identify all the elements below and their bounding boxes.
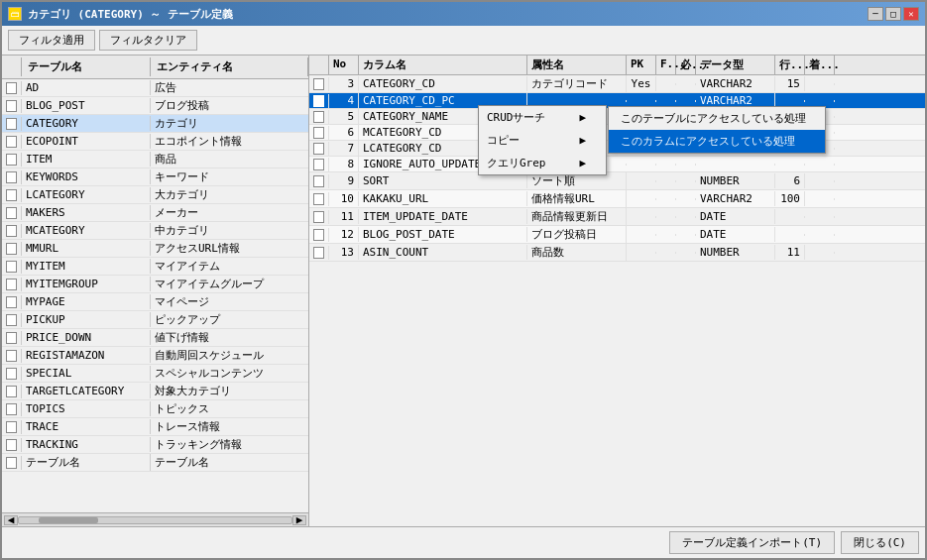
left-table-row[interactable]: TARGETLCATEGORY 対象大カテゴリ — [2, 383, 308, 400]
left-row-checkbox[interactable] — [2, 170, 22, 184]
right-row-f — [656, 198, 676, 200]
crud-submenu-item-column[interactable]: このカラムにアクセスしている処理 — [609, 130, 825, 153]
left-table-row[interactable]: REGISTAMAZON 自動周回スケジュール — [2, 347, 308, 365]
right-row-dtype: NUMBER — [696, 245, 775, 260]
left-table-row[interactable]: MYITEMGROUP マイアイテムグループ — [2, 276, 308, 293]
left-table-row[interactable]: CATEGORY カテゴリ — [2, 115, 308, 133]
right-row-checkbox[interactable] — [309, 158, 329, 171]
left-row-checkbox[interactable] — [2, 135, 22, 149]
left-row-checkbox[interactable] — [2, 367, 22, 381]
left-row-checkbox[interactable] — [2, 99, 22, 113]
left-row-checkbox[interactable] — [2, 81, 22, 95]
left-row-checkbox[interactable] — [2, 295, 22, 309]
right-row-checkbox[interactable] — [309, 142, 329, 156]
right-table-row[interactable]: 12 BLOG_POST_DATE ブログ投稿日 DATE — [309, 226, 925, 244]
right-row-checkbox[interactable] — [309, 126, 329, 140]
right-header-check — [309, 56, 329, 74]
left-row-checkbox[interactable] — [2, 331, 22, 345]
left-row-checkbox[interactable] — [2, 260, 22, 274]
right-row-attr: カテゴリコード — [527, 75, 627, 92]
filter-clear-button[interactable]: フィルタクリア — [99, 30, 197, 51]
left-scrollbar[interactable]: ◀ ▶ — [2, 512, 308, 526]
left-table-row[interactable]: MYPAGE マイページ — [2, 293, 308, 311]
left-table-row[interactable]: BLOG_POST ブログ投稿 — [2, 97, 308, 115]
context-menu-item-copy[interactable]: コピー ▶ — [479, 129, 606, 152]
right-row-checkbox[interactable] — [309, 110, 329, 124]
left-table-row[interactable]: AD 広告 — [2, 79, 308, 97]
right-row-checkbox[interactable] — [309, 246, 329, 260]
right-row-dtype: VARCHAR2 — [696, 191, 775, 206]
right-table-row[interactable]: 10 KAKAKU_URL 価格情報URL VARCHAR2 100 — [309, 190, 925, 208]
right-row-checkbox[interactable] — [309, 210, 329, 224]
left-row-name: KEYWORDS — [22, 169, 151, 184]
filter-apply-button[interactable]: フィルタ適用 — [8, 30, 95, 51]
left-row-checkbox[interactable] — [2, 224, 22, 238]
left-table-row[interactable]: TRACE トレース情報 — [2, 418, 308, 436]
right-row-req — [676, 234, 696, 236]
maximize-button[interactable]: □ — [885, 7, 901, 21]
left-table-row[interactable]: ECOPOINT エコポイント情報 — [2, 133, 308, 151]
right-header-rows: 行... — [775, 56, 805, 74]
left-table-row[interactable]: MAKERS メーカー — [2, 204, 308, 222]
right-row-rows: 15 — [775, 76, 805, 91]
left-row-checkbox[interactable] — [2, 349, 22, 363]
left-row-checkbox[interactable] — [2, 188, 22, 202]
right-row-checkbox[interactable] — [309, 192, 329, 206]
right-row-f — [656, 83, 676, 85]
left-row-checkbox[interactable] — [2, 438, 22, 452]
left-row-name: TARGETLCATEGORY — [22, 384, 151, 398]
left-row-checkbox[interactable] — [2, 385, 22, 398]
scrollbar-left-arrow[interactable]: ◀ — [4, 515, 18, 525]
left-table-row[interactable]: SPECIAL スペシャルコンテンツ — [2, 365, 308, 383]
copy-submenu-arrow: ▶ — [579, 134, 586, 147]
context-menu-item-grep[interactable]: クエリGrep ▶ — [479, 152, 606, 174]
left-table-row[interactable]: PICKUP ピックアップ — [2, 311, 308, 329]
left-header-name: テーブル名 — [22, 57, 151, 76]
left-row-checkbox[interactable] — [2, 242, 22, 256]
right-row-checkbox[interactable] — [309, 174, 329, 188]
left-row-entity: マイページ — [151, 293, 308, 310]
right-table-row[interactable]: 9 SORT ソート順 NUMBER 6 — [309, 172, 925, 190]
right-row-checkbox[interactable] — [309, 228, 329, 242]
minimize-button[interactable]: ─ — [868, 7, 883, 21]
right-header-notes: 着... — [805, 56, 835, 74]
left-table-row[interactable]: PRICE_DOWN 値下げ情報 — [2, 329, 308, 347]
right-row-checkbox[interactable] — [309, 77, 329, 91]
right-table-row[interactable]: 11 ITEM_UPDATE_DATE 商品情報更新日 DATE — [309, 208, 925, 226]
close-button-bottom[interactable]: 閉じる(C) — [841, 531, 919, 554]
right-row-notes — [805, 198, 835, 200]
left-row-checkbox[interactable] — [2, 206, 22, 220]
left-table-row[interactable]: テーブル名 テーブル名 — [2, 454, 308, 472]
right-row-notes — [805, 180, 835, 182]
left-table-row[interactable]: MYITEM マイアイテム — [2, 258, 308, 276]
close-button[interactable]: ✕ — [903, 7, 919, 21]
right-table-row[interactable]: 8 IGNORE_AUTO_UPDATE — [309, 157, 925, 172]
left-table-row[interactable]: MMURL アクセスURL情報 — [2, 240, 308, 258]
left-row-entity: キーワード — [151, 168, 308, 185]
scrollbar-track[interactable] — [18, 516, 292, 524]
right-table-row[interactable]: 13 ASIN_COUNT 商品数 NUMBER 11 — [309, 244, 925, 262]
left-table-row[interactable]: LCATEGORY 大カテゴリ — [2, 186, 308, 204]
left-table-row[interactable]: KEYWORDS キーワード — [2, 168, 308, 186]
right-row-checkbox[interactable] — [309, 94, 329, 108]
left-table-row[interactable]: ITEM 商品 — [2, 151, 308, 168]
left-row-checkbox[interactable] — [2, 313, 22, 327]
left-row-checkbox[interactable] — [2, 420, 22, 434]
left-table-row[interactable]: TOPICS トピックス — [2, 400, 308, 418]
right-row-no: 3 — [329, 76, 359, 91]
crud-submenu-item-table[interactable]: このテーブルにアクセスしている処理 — [609, 107, 825, 130]
left-row-checkbox[interactable] — [2, 402, 22, 416]
right-panel-header: No カラム名 属性名 PK F... 必... データ型 行... 着... — [309, 56, 925, 75]
left-row-checkbox[interactable] — [2, 117, 22, 131]
left-row-checkbox[interactable] — [2, 278, 22, 291]
left-table-row[interactable]: TRACKING トラッキング情報 — [2, 436, 308, 454]
left-row-entity: 中カテゴリ — [151, 222, 308, 239]
context-menu-item-crud[interactable]: CRUDサーチ ▶ このテーブルにアクセスしている処理 このカラムにアクセスして… — [479, 106, 606, 129]
right-table-row[interactable]: 3 CATEGORY_CD カテゴリコード Yes VARCHAR2 15 — [309, 75, 925, 93]
left-row-checkbox[interactable] — [2, 153, 22, 167]
left-table-row[interactable]: MCATEGORY 中カテゴリ — [2, 222, 308, 240]
left-row-checkbox[interactable] — [2, 456, 22, 470]
import-button[interactable]: テーブル定義インポート(T) — [669, 531, 835, 554]
scrollbar-right-arrow[interactable]: ▶ — [292, 515, 306, 525]
left-panel-header: テーブル名 エンティティ名 — [2, 56, 308, 79]
